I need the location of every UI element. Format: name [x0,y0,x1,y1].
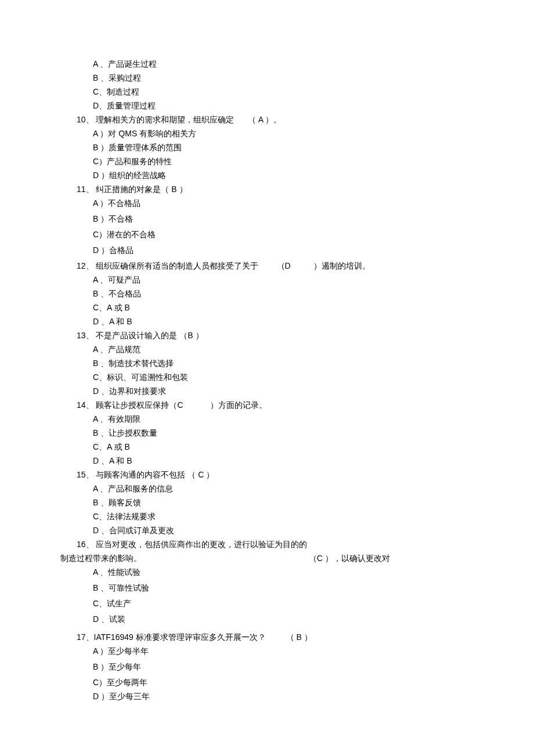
q16-option-c: C、试生产 [77,598,534,610]
q16-text2: ，以确认更改对 [333,554,390,563]
q13-option-c: C、标识、可追溯性和包装 [77,371,534,384]
q10-num: 10、 [77,115,94,124]
q14-option-a: A 、有效期限 [77,413,534,425]
q14-text2: ）方面的记录。 [210,400,267,410]
q13-text1: 不是产品设计输入的是 （B ） [94,331,204,340]
q16-line2a: 制造过程带来的影响。 [60,554,142,563]
q12-option-c: C、A 或 B [77,302,534,314]
q17-stem: 17、IATF16949 标准要求管理评审应多久开展一次？ （ B ） [77,631,534,643]
q14-text1: 顾客让步授权应保持（C [94,400,183,410]
q9-option-c: C、制造过程 [77,86,534,98]
q10-stem: 10、 理解相关方的需求和期望，组织应确定 （ A ）。 [77,114,534,126]
q16-option-a: A 、性能试验 [77,566,534,578]
q15-option-a: A 、产品和服务的信息 [77,483,534,495]
q14-option-d: D 、A 和 B [77,455,534,467]
q17-option-b: B ）至少每年 [77,661,534,673]
q16-stem-line1: 16、 应当对更改，包括供应商作出的更改，进行以验证为目的的 [77,538,534,551]
q16-option-d: D 、试装 [77,613,534,625]
q12-text1: 组织应确保所有适当的制造人员都接受了关于 [94,261,259,270]
q16-num: 16、 [77,540,94,549]
q10-option-b: B ）质量管理体系的范围 [77,142,534,154]
q11-text1: 纠正措施的对象是（ B ） [94,185,187,194]
q11-option-b: B ）不合格 [77,213,534,225]
q15-stem: 15、 与顾客沟通的内容不包括 （ C ） [77,469,534,481]
q13-option-a: A 、产品规范 [77,343,534,356]
q15-option-c: C、法律法规要求 [77,511,534,523]
q10-option-d: D ）组织的经营战略 [77,169,534,182]
q16-stem-line2: 制造过程带来的影响。 （C ），以确认更改对 [60,552,534,565]
q13-option-b: B 、制造技术替代选择 [77,357,534,370]
q12-option-a: A 、可疑产品 [77,274,534,286]
q12-option-b: B 、不合格品 [77,288,534,300]
q13-num: 13、 [77,331,94,340]
q16-option-b: B 、可靠性试验 [77,582,534,594]
q10-option-a: A ）对 QMS 有影响的相关方 [77,128,534,140]
q13-option-d: D 、边界和对接要求 [77,385,534,397]
q9-option-b: B 、采购过程 [77,72,534,84]
q10-answer: （ A ） [248,115,273,124]
q12-option-d: D 、A 和 B [77,316,534,328]
q9-option-a: A 、产品诞生过程 [77,58,534,70]
q11-option-a: A ）不合格品 [77,197,534,209]
q17-option-a: A ）至少每半年 [77,645,534,657]
q11-stem: 11、 纠正措施的对象是（ B ） [77,183,534,196]
q11-option-c: C）潜在的不合格 [77,229,534,241]
q15-num: 15、 [77,470,94,479]
q14-num: 14、 [77,400,94,410]
q15-option-b: B 、顾客反馈 [77,497,534,509]
q11-option-d: D ）合格品 [77,244,534,256]
q10-option-c: C）产品和服务的特性 [77,155,534,168]
q14-stem: 14、 顾客让步授权应保持（C ）方面的记录。 [77,399,534,411]
q10-text1: 理解相关方的需求和期望，组织应确定 [94,115,234,124]
q12-answer: （D [277,261,291,270]
q17-text1: 、IATF16949 标准要求管理评审应多久开展一次？ [86,632,266,642]
q15-option-d: D 、合同或订单及更改 [77,525,534,537]
q17-option-c: C）至少每两年 [77,677,534,689]
q12-num: 12、 [77,261,94,270]
q15-text1: 与顾客沟通的内容不包括 （ C ） [94,470,215,479]
q16-answer: （C ） [309,554,333,563]
q16-text1: 应当对更改，包括供应商作出的更改，进行以验证为目的的 [94,540,308,549]
q13-stem: 13、 不是产品设计输入的是 （B ） [77,330,534,342]
q10-text2: 。 [273,115,282,124]
q12-stem: 12、 组织应确保所有适当的制造人员都接受了关于 （D ）遏制的培训。 [77,260,534,272]
q17-num: 17 [77,632,86,642]
q17-answer: （ B ） [286,632,312,642]
q11-num: 11、 [77,185,94,194]
q17-option-d: D ）至少每三年 [77,690,534,703]
q14-option-c: C、A 或 B [77,441,534,453]
q9-option-d: D、质量管理过程 [77,100,534,112]
q14-option-b: B 、让步授权数量 [77,427,534,439]
q12-text2: ）遏制的培训。 [313,261,370,270]
